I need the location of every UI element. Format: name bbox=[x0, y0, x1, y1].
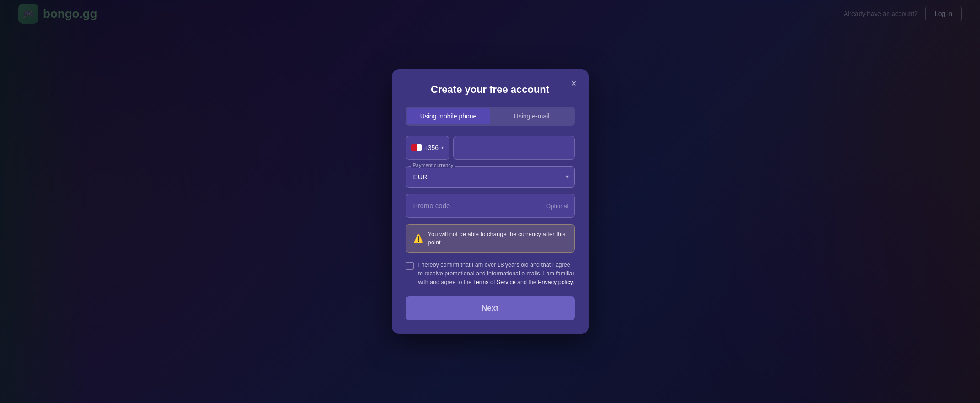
modal-title: Create your free account bbox=[406, 84, 575, 96]
country-selector[interactable]: +356 ▾ bbox=[406, 136, 450, 160]
currency-warning: ⚠️ You will not be able to change the cu… bbox=[406, 224, 575, 253]
currency-select[interactable]: EUR USD GBP CAD AUD bbox=[406, 166, 575, 188]
terms-text-2: and the bbox=[516, 279, 538, 285]
chevron-down-icon: ▾ bbox=[441, 145, 444, 150]
currency-wrapper: EUR USD GBP CAD AUD ▾ bbox=[406, 166, 575, 188]
auth-tabs: Using mobile phone Using e-mail bbox=[406, 107, 575, 126]
promo-optional-label: Optional bbox=[546, 202, 568, 209]
currency-group: Payment currency EUR USD GBP CAD AUD ▾ bbox=[406, 166, 575, 188]
registration-modal: × Create your free account Using mobile … bbox=[392, 69, 589, 334]
flag-white bbox=[417, 144, 422, 151]
tab-email[interactable]: Using e-mail bbox=[490, 108, 574, 124]
flag-red bbox=[411, 144, 417, 151]
terms-link[interactable]: Terms of Service bbox=[473, 279, 516, 285]
warning-text: You will not be able to change the curre… bbox=[428, 230, 567, 247]
phone-row: +356 ▾ bbox=[406, 136, 575, 160]
terms-label: I hereby confirm that I am over 18 years… bbox=[418, 261, 575, 286]
promo-group: Optional bbox=[406, 194, 575, 218]
modal-overlay: × Create your free account Using mobile … bbox=[0, 0, 980, 403]
privacy-link[interactable]: Privacy policy bbox=[538, 279, 572, 285]
warning-icon: ⚠️ bbox=[413, 233, 423, 243]
tab-mobile[interactable]: Using mobile phone bbox=[407, 108, 490, 124]
terms-checkbox[interactable] bbox=[406, 262, 414, 270]
close-button[interactable]: × bbox=[567, 76, 581, 91]
terms-text-3: . bbox=[573, 279, 574, 285]
currency-label: Payment currency bbox=[411, 162, 455, 168]
phone-input[interactable] bbox=[453, 136, 574, 160]
terms-checkbox-row: I hereby confirm that I am over 18 years… bbox=[406, 261, 575, 286]
country-code: +356 bbox=[424, 144, 439, 151]
country-flag bbox=[411, 144, 422, 151]
next-button[interactable]: Next bbox=[406, 296, 575, 320]
